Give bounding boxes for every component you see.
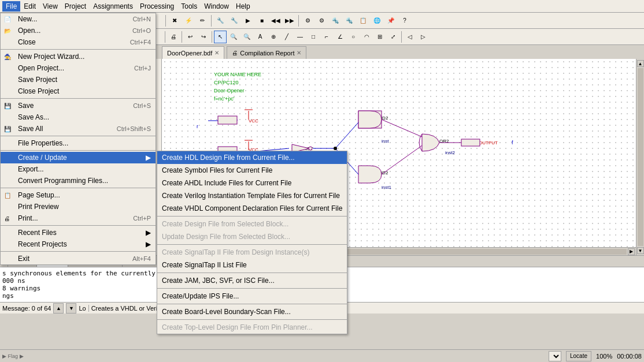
tab-dooropener-label: DoorOpener.bdf	[167, 50, 212, 57]
toolbar-btn-6[interactable]: ▶	[242, 14, 254, 27]
file-properties[interactable]: File Properties...	[1, 137, 156, 149]
toolbar-wire[interactable]: ╱	[280, 31, 293, 43]
submenu-create-top-level[interactable]: Create Top-Level Design File From Pin Pl…	[157, 321, 347, 334]
file-new[interactable]: 📄 New...Ctrl+N	[1, 13, 156, 25]
toolbar-zoom-out[interactable]: 🔍	[240, 31, 253, 43]
file-exit[interactable]: ExitAlt+F4	[1, 253, 156, 264]
toolbar-schematic-1[interactable]: 🖨	[167, 31, 180, 43]
menu-assignments[interactable]: Assignments	[90, 1, 136, 12]
submenu-create-verilog[interactable]: Create Verilog Instantiation Template Fi…	[157, 189, 347, 202]
status-dropdown[interactable]	[549, 351, 561, 361]
menu-tools[interactable]: Tools	[177, 1, 201, 12]
toolbar-btn-10[interactable]: ⚙	[301, 14, 314, 27]
toolbar-btn-5[interactable]: 🔧	[228, 14, 240, 27]
toolbar-btn-13[interactable]: 🔩	[343, 14, 356, 27]
submenu-create-ahdl[interactable]: Create AHDL Include Files for Current Fi…	[157, 177, 347, 189]
menu-edit[interactable]: Edit	[20, 1, 39, 12]
toolbar-btn-8[interactable]: ◀◀	[269, 14, 282, 27]
scroll-right-btn[interactable]: ▶	[628, 248, 635, 255]
status-bar: ▶ Flag ▶ Locate 100% 00:00:08	[0, 349, 644, 362]
schematic-text-name: YOUR NAME HERE	[214, 72, 261, 77]
submenu-create-design-from-block[interactable]: Create Design File from Selected Block..…	[157, 218, 347, 230]
submenu-create-hdl[interactable]: Create HDL Design File from Current File…	[157, 151, 347, 164]
toolbar-btn-14[interactable]: 📋	[357, 14, 369, 27]
scrollbar-v[interactable]: ▲ ▼	[636, 59, 644, 255]
toolbar-btn-15[interactable]: 🌐	[371, 14, 383, 27]
scroll-up-btn[interactable]: ▲	[637, 60, 644, 67]
submenu-create-signaltap-list[interactable]: Create SignalTap II List File	[157, 259, 347, 271]
toolbar-redo[interactable]: ↪	[197, 31, 210, 43]
file-recent-projects[interactable]: Recent Projects▶	[1, 238, 156, 250]
menu-processing[interactable]: Processing	[136, 1, 177, 12]
file-open[interactable]: 📂 Open...Ctrl+O	[1, 25, 156, 36]
inst-label-1: inst	[382, 139, 389, 144]
file-recent-files[interactable]: Recent Files▶	[1, 227, 156, 238]
scroll-track	[638, 68, 643, 246]
submenu-create-signaltap[interactable]: Create SignalTap II File from Design Ins…	[157, 246, 347, 259]
toolbar-zoom-in[interactable]: 🔍	[227, 31, 240, 43]
toolbar-fit[interactable]: ⤢	[387, 31, 399, 43]
toolbar-btn-11[interactable]: ⚙	[315, 14, 328, 27]
locate-button[interactable]: Locate	[566, 351, 591, 361]
file-create-update[interactable]: Create / Update ▶ Create HDL Design File…	[1, 152, 156, 163]
menu-project[interactable]: Project	[61, 1, 90, 12]
and2-gate-1-shape	[358, 111, 382, 128]
submenu-update-design-from-block[interactable]: Update Design File from Selected Block..…	[157, 230, 347, 243]
submenu-create-board-level[interactable]: Create Board-Level Boundary-Scan File...	[157, 305, 347, 318]
toolbar-line[interactable]: —	[294, 31, 306, 43]
toolbar-right-arrow[interactable]: ▷	[417, 31, 430, 43]
file-close-project[interactable]: Close Project	[1, 85, 156, 97]
toolbar-pin2[interactable]: ⊞	[373, 31, 386, 43]
file-new-project-wizard[interactable]: 🧙 New Project Wizard...	[1, 51, 156, 62]
toolbar-select[interactable]: ↖	[214, 31, 227, 43]
menu-view[interactable]: View	[39, 1, 61, 12]
tab-dooropener-close[interactable]: ✕	[214, 50, 219, 56]
scroll-down-btn[interactable]: ▼	[637, 247, 644, 254]
file-print[interactable]: 🖨 Print...Ctrl+P	[1, 212, 156, 224]
toolbar-btn-16[interactable]: 📌	[384, 14, 397, 27]
msg-next-btn[interactable]: ▼	[66, 303, 76, 314]
toolbar-text[interactable]: A	[254, 31, 267, 43]
toolbar-btn-7[interactable]: ■	[256, 14, 268, 27]
file-menu-dropdown: 📄 New...Ctrl+N 📂 Open...Ctrl+O CloseCtrl…	[0, 13, 156, 265]
toolbar-circle[interactable]: ○	[347, 31, 360, 43]
file-save-all[interactable]: 💾 Save AllCtrl+Shift+S	[1, 123, 156, 135]
schematic-text-formula: f=nc'+pc'	[214, 96, 235, 102]
tab-compilation-label: Compilation Report	[240, 50, 294, 57]
toolbar-angle[interactable]: ∠	[334, 31, 346, 43]
submenu-create-jam[interactable]: Create JAM, JBC, SVF, or ISC File...	[157, 274, 347, 287]
toolbar-btn-17[interactable]: ?	[398, 14, 411, 27]
toolbar-btn-3[interactable]: ✏	[196, 14, 209, 27]
submenu-create-symbol[interactable]: Create Symbol Files for Current File	[157, 164, 347, 177]
file-close[interactable]: CloseCtrl+F4	[1, 36, 156, 48]
tab-compilation-close[interactable]: ✕	[297, 50, 301, 56]
toolbar-btn-9[interactable]: ▶▶	[283, 14, 296, 27]
toolbar-undo[interactable]: ↩	[184, 31, 197, 43]
menu-file[interactable]: File	[2, 1, 20, 12]
file-convert-programming[interactable]: Convert Programming Files...	[1, 175, 156, 186]
inst-label-2: inst2	[445, 150, 455, 155]
toolbar-btn-1[interactable]: ✖	[168, 14, 181, 27]
toolbar-rect[interactable]: □	[307, 31, 320, 43]
toolbar-arc[interactable]: ◠	[360, 31, 373, 43]
file-save-as[interactable]: Save As...	[1, 111, 156, 123]
toolbar-btn-4[interactable]: 🔧	[214, 14, 227, 27]
file-print-preview[interactable]: Print Preview	[1, 201, 156, 212]
file-open-project[interactable]: Open Project...Ctrl+J	[1, 62, 156, 74]
msg-prev-btn[interactable]: ▲	[53, 303, 64, 314]
file-save[interactable]: 💾 SaveCtrl+S	[1, 100, 156, 111]
submenu-create-ips[interactable]: Create/Update IPS File...	[157, 290, 347, 303]
menu-help[interactable]: Help	[232, 1, 254, 12]
submenu-create-vhdl[interactable]: Create VHDL Component Declaration Files …	[157, 202, 347, 215]
toolbar-corner[interactable]: ⌐	[320, 31, 333, 43]
tab-dooropener[interactable]: DoorOpener.bdf ✕	[162, 46, 224, 59]
toolbar-left-arrow[interactable]: ◁	[404, 31, 416, 43]
menu-window[interactable]: Window	[201, 1, 232, 12]
file-export[interactable]: Export...	[1, 163, 156, 175]
toolbar-symbol[interactable]: ⊕	[267, 31, 280, 43]
tab-compilation[interactable]: 🖨 Compilation Report ✕	[227, 46, 306, 59]
file-save-project[interactable]: Save Project	[1, 74, 156, 85]
toolbar-btn-2[interactable]: ⚡	[182, 14, 195, 27]
toolbar-btn-12[interactable]: 🔩	[329, 14, 342, 27]
file-page-setup[interactable]: 📋 Page Setup...	[1, 189, 156, 201]
